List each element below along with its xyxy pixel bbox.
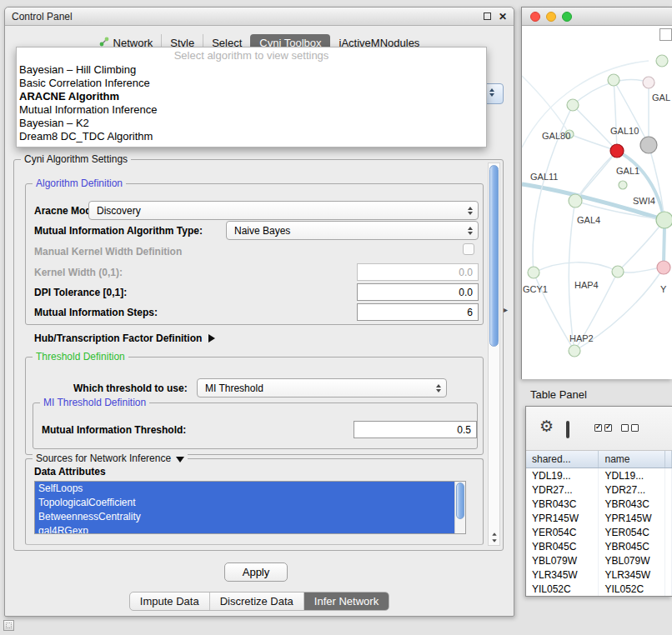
- algorithm-option[interactable]: Bayesian – K2: [17, 117, 486, 130]
- network-node[interactable]: [612, 266, 624, 278]
- network-node[interactable]: [528, 267, 539, 278]
- algorithm-dropdown-list: Select algorithm to view settings Bayesi…: [16, 47, 487, 148]
- tab-impute-data[interactable]: Impute Data: [130, 592, 209, 610]
- table-row[interactable]: YDR27...YDR27...12: [526, 482, 672, 497]
- mi-threshold-field[interactable]: 0.5: [354, 421, 477, 438]
- kernel-width-field[interactable]: 0.0: [357, 263, 479, 281]
- network-node[interactable]: [656, 55, 668, 67]
- column-header-extra[interactable]: [665, 451, 672, 468]
- kernel-width-label: Kernel Width (0,1):: [34, 267, 123, 278]
- attribute-item-selected[interactable]: TopologicalCoefficient: [35, 496, 454, 510]
- mi-threshold-label: Mutual Information Threshold:: [42, 424, 186, 436]
- threshold-definition-group: Threshold Definition Which threshold to …: [25, 357, 484, 455]
- network-node[interactable]: [569, 345, 580, 357]
- network-node[interactable]: [657, 261, 670, 274]
- table-row[interactable]: YDL19...YDL19...13: [526, 468, 672, 482]
- algorithm-option[interactable]: Dream8 DC_TDC Algorithm: [17, 130, 486, 143]
- network-node[interactable]: [619, 181, 627, 189]
- network-node-label: GAL80: [542, 131, 570, 141]
- mi-type-select[interactable]: Naive Bayes: [226, 221, 479, 240]
- network-node-label: GCY1: [523, 284, 548, 294]
- dock-widget-icon[interactable]: [3, 620, 14, 631]
- which-threshold-label: Which threshold to use:: [73, 382, 188, 394]
- collapse-down-icon: [176, 457, 184, 462]
- hub-tf-definition-toggle[interactable]: Hub/Transcription Factor Definition: [34, 332, 215, 344]
- threshold-definition-title: Threshold Definition: [33, 351, 128, 362]
- sources-group: Sources for Network Inference Data Attri…: [25, 458, 484, 545]
- network-node[interactable]: [640, 137, 657, 153]
- control-panel-window: Control Panel ✕ Network Style Select Cyn…: [4, 7, 514, 617]
- settings-group-title: Cyni Algorithm Settings: [21, 153, 131, 165]
- gear-icon[interactable]: ⚙: [539, 418, 554, 434]
- control-panel-title: Control Panel: [12, 11, 476, 22]
- cyni-algorithm-settings-group: Cyni Algorithm Settings Algorithm Defini…: [13, 159, 504, 551]
- float-window-icon[interactable]: [484, 12, 491, 22]
- columns-icon[interactable]: [566, 421, 569, 438]
- network-edge[interactable]: [569, 201, 575, 351]
- tab-infer-network[interactable]: Infer Network: [303, 592, 389, 610]
- attribute-item-selected[interactable]: gal4RGexp: [35, 524, 454, 534]
- which-threshold-select[interactable]: MI Threshold: [197, 378, 447, 398]
- network-node[interactable]: [567, 99, 579, 111]
- control-panel-titlebar: Control Panel ✕: [5, 8, 514, 26]
- table-row[interactable]: YBR043CYBR043C: [526, 497, 672, 511]
- settings-scrollbar-thumb[interactable]: [489, 165, 499, 347]
- zoom-traffic-light-icon[interactable]: [562, 12, 572, 22]
- network-node-label: SWI4: [633, 196, 655, 206]
- algorithm-option-selected[interactable]: ARACNE Algorithm: [17, 90, 486, 103]
- algorithm-definition-group: Algorithm Definition Aracne Mode: Discov…: [25, 183, 484, 325]
- select-all-checkboxes-icon[interactable]: [594, 424, 612, 432]
- table-row[interactable]: YBL079WYBL079W: [526, 553, 672, 568]
- scrollbar-arrows-icon[interactable]: [489, 532, 499, 542]
- table-row[interactable]: YPR145WYPR145W9.: [526, 511, 672, 525]
- network-window-titlebar: [522, 8, 672, 26]
- birdseye-box[interactable]: [659, 28, 672, 41]
- network-edge[interactable]: [614, 80, 617, 151]
- network-node[interactable]: [608, 74, 619, 86]
- network-edge[interactable]: [522, 76, 569, 134]
- deselect-all-checkboxes-icon[interactable]: [621, 424, 639, 432]
- network-node[interactable]: [643, 77, 654, 88]
- algorithm-option[interactable]: Mutual Information Inference: [17, 103, 486, 117]
- network-edge[interactable]: [575, 151, 617, 201]
- attribute-item-selected[interactable]: SelfLoops: [35, 482, 454, 496]
- table-row[interactable]: YER054CYER054C8.: [526, 525, 672, 539]
- minimize-traffic-light-icon[interactable]: [546, 12, 556, 22]
- network-canvas[interactable]: GAL80GAL10GALGAL11GAL1SWI4GAL4GCY1HAP4YH…: [522, 26, 672, 379]
- table-row[interactable]: YBR045CYBR045C9.: [526, 539, 672, 553]
- dpi-tolerance-field[interactable]: 0.0: [357, 283, 479, 301]
- chevron-updown-icon: [436, 384, 441, 392]
- close-icon[interactable]: ✕: [499, 12, 507, 22]
- settings-scrollbar[interactable]: [488, 162, 500, 546]
- algorithm-dropdown-hint: Select algorithm to view settings: [17, 48, 486, 63]
- manual-kernel-checkbox[interactable]: [463, 243, 474, 255]
- mi-steps-field[interactable]: 6: [357, 303, 479, 321]
- tab-discretize-data[interactable]: Discretize Data: [209, 592, 303, 610]
- algorithm-option[interactable]: Bayesian – Hill Climbing: [17, 63, 486, 77]
- data-attributes-list[interactable]: SelfLoops TopologicalCoefficient Between…: [34, 481, 466, 534]
- network-node-label: GAL1: [616, 166, 639, 176]
- aracne-mode-select[interactable]: Discovery: [88, 201, 479, 220]
- close-traffic-light-icon[interactable]: [530, 12, 540, 22]
- network-node[interactable]: [569, 194, 582, 208]
- panel-splitter-handle[interactable]: ▸: [504, 305, 508, 314]
- network-node-label: GAL4: [577, 215, 600, 225]
- column-header-name[interactable]: name: [599, 451, 665, 468]
- network-node-label: GAL: [652, 92, 670, 102]
- table-row[interactable]: YLR345WYLR345W9.: [526, 568, 672, 582]
- network-edge[interactable]: [534, 262, 618, 272]
- attribute-item-selected[interactable]: BetweennessCentrality: [35, 510, 454, 524]
- table-row[interactable]: YIL052CYIL052C: [526, 582, 672, 596]
- mi-threshold-group: MI Threshold Definition Mutual Informati…: [33, 402, 478, 449]
- apply-button[interactable]: Apply: [224, 562, 288, 582]
- dpi-tolerance-label: DPI Tolerance [0,1]:: [34, 287, 127, 298]
- sources-title[interactable]: Sources for Network Inference: [33, 452, 188, 464]
- network-node[interactable]: [610, 144, 624, 158]
- mi-type-label: Mutual Information Algorithm Type:: [34, 225, 203, 237]
- attributes-scrollbar[interactable]: [454, 482, 465, 533]
- attributes-scrollbar-thumb[interactable]: [456, 482, 464, 519]
- network-node[interactable]: [656, 212, 672, 228]
- network-view-window: GAL80GAL10GALGAL11GAL1SWI4GAL4GCY1HAP4YH…: [521, 7, 672, 379]
- column-header-shared-name[interactable]: shared...: [526, 451, 599, 468]
- algorithm-option[interactable]: Basic Correlation Inference: [17, 77, 486, 90]
